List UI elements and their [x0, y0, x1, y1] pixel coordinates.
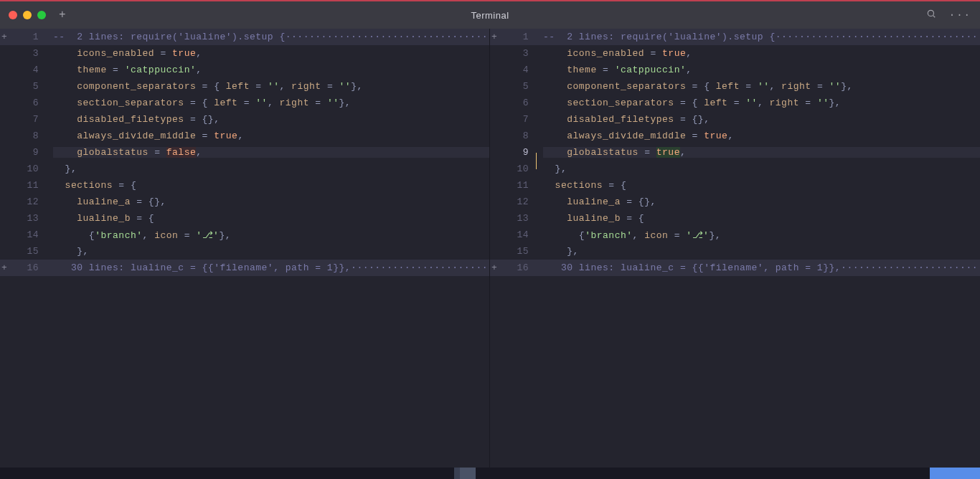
line-number: 13	[10, 213, 46, 224]
token	[543, 196, 567, 207]
token	[543, 114, 567, 125]
diff-pane-right[interactable]: +1-- 2 lines: require('lualine').setup {…	[490, 29, 980, 468]
token: {	[639, 213, 644, 224]
line-number: 14	[500, 229, 536, 240]
folded-line[interactable]: +1-- 2 lines: require('lualine').setup {…	[490, 29, 980, 45]
token: ''	[745, 98, 758, 108]
fold-indicator[interactable]: +	[0, 262, 10, 273]
folded-line[interactable]: +1-- 2 lines: require('lualine').setup {…	[0, 29, 489, 45]
code-text[interactable]: },	[53, 246, 489, 257]
token: {	[579, 230, 585, 241]
code-line[interactable]: 3 icons_enabled = true,	[0, 45, 489, 62]
code-text[interactable]: {'branch', icon = '⎇'},	[53, 229, 489, 241]
code-line[interactable]: 6 section_separators = { left = '', righ…	[490, 95, 980, 111]
code-line[interactable]: 15 },	[490, 243, 980, 260]
code-line[interactable]: 12 lualine_a = {},	[490, 194, 980, 210]
code-line[interactable]: 9 globalstatus = true,	[490, 144, 980, 161]
code-text[interactable]: lualine_a = {},	[543, 196, 980, 207]
fold-indicator[interactable]: +	[490, 262, 500, 273]
code-lines-left[interactable]: +1-- 2 lines: require('lualine').setup {…	[0, 29, 489, 468]
code-text[interactable]: section_separators = { left = '', right …	[543, 98, 980, 108]
code-text[interactable]: theme = 'catppuccin',	[543, 65, 980, 75]
token: ,	[715, 230, 721, 241]
code-text[interactable]: lualine_b = {	[543, 213, 980, 224]
code-text[interactable]: icons_enabled = true,	[53, 48, 489, 59]
token: =	[686, 131, 704, 141]
code-line[interactable]: 10 },	[490, 161, 980, 177]
code-text[interactable]: component_separators = { left = '', righ…	[543, 81, 980, 92]
code-text[interactable]: 30 lines: lualine_c = {{'filename', path…	[543, 262, 980, 273]
code-text[interactable]: lualine_b = {	[53, 213, 489, 224]
code-text[interactable]: lualine_a = {},	[53, 196, 489, 207]
code-text[interactable]: always_divide_middle = true,	[53, 131, 489, 141]
code-text[interactable]: {'branch', icon = '⎇'},	[543, 229, 980, 241]
code-line[interactable]: 13 lualine_b = {	[490, 210, 980, 227]
token: globalstatus	[77, 147, 149, 158]
code-line[interactable]: 11 sections = {	[0, 177, 489, 194]
folded-line[interactable]: +16 30 lines: lualine_c = {{'filename', …	[490, 260, 980, 276]
code-text[interactable]: always_divide_middle = true,	[543, 131, 980, 141]
code-line[interactable]: 14 {'branch', icon = '⎇'},	[0, 227, 489, 243]
fold-indicator[interactable]: +	[0, 32, 10, 42]
token: =	[196, 81, 214, 92]
code-line[interactable]: 15 },	[0, 243, 489, 260]
code-text[interactable]: sections = {	[53, 180, 489, 191]
maximize-window-button[interactable]	[37, 11, 46, 19]
more-menu-icon[interactable]: ···	[949, 9, 971, 21]
search-icon[interactable]	[926, 9, 936, 22]
code-text[interactable]: globalstatus = true,	[543, 147, 980, 158]
code-line[interactable]: 10 },	[0, 161, 489, 177]
token	[53, 180, 65, 191]
code-line[interactable]: 9 globalstatus = false,	[0, 144, 489, 161]
code-line[interactable]: 8 always_divide_middle = true,	[0, 128, 489, 144]
diff-pane-left[interactable]: +1-- 2 lines: require('lualine').setup {…	[0, 29, 490, 468]
code-text[interactable]: },	[543, 246, 980, 257]
token: ,	[758, 98, 770, 108]
code-text[interactable]: disabled_filetypes = {},	[543, 114, 980, 125]
fold-indicator[interactable]: +	[490, 32, 500, 42]
code-line[interactable]: 4 theme = 'catppuccin',	[490, 62, 980, 78]
code-line[interactable]: 3 icons_enabled = true,	[490, 45, 980, 62]
code-line[interactable]: 7 disabled_filetypes = {},	[490, 111, 980, 128]
code-line[interactable]: 6 section_separators = { left = '', righ…	[0, 95, 489, 111]
code-text[interactable]: globalstatus = false,	[53, 147, 489, 158]
token: =	[621, 196, 639, 207]
line-number: 4	[500, 65, 536, 75]
token: },	[77, 246, 89, 257]
token: true	[656, 147, 680, 158]
code-text[interactable]: icons_enabled = true,	[543, 48, 980, 59]
code-text[interactable]: 30 lines: lualine_c = {{'filename', path…	[53, 262, 489, 273]
code-text[interactable]: },	[53, 163, 489, 174]
code-line[interactable]: 13 lualine_b = {	[0, 210, 489, 227]
code-text[interactable]: section_separators = { left = '', right …	[53, 98, 489, 108]
code-text[interactable]: -- 2 lines: require('lualine').setup {··…	[543, 32, 980, 42]
code-text[interactable]: sections = {	[543, 180, 980, 191]
code-line[interactable]: 7 disabled_filetypes = {},	[0, 111, 489, 128]
token: {}	[692, 114, 705, 125]
token: {	[131, 180, 136, 191]
token: sections	[65, 180, 113, 191]
window-title: Terminal	[471, 10, 509, 21]
new-tab-button[interactable]: +	[59, 9, 66, 21]
code-line[interactable]: 11 sections = {	[490, 177, 980, 194]
code-line[interactable]: 5 component_separators = { left = '', ri…	[490, 78, 980, 95]
token: true	[704, 131, 727, 141]
token: disabled_filetypes	[567, 114, 674, 125]
token: =	[196, 131, 214, 141]
code-line[interactable]: 4 theme = 'catppuccin',	[0, 62, 489, 78]
code-line[interactable]: 8 always_divide_middle = true,	[490, 128, 980, 144]
code-text[interactable]: disabled_filetypes = {},	[53, 114, 489, 125]
close-window-button[interactable]	[9, 11, 17, 19]
code-text[interactable]: },	[543, 163, 980, 174]
code-text[interactable]: component_separators = { left = '', righ…	[53, 81, 489, 92]
token	[543, 246, 567, 257]
code-text[interactable]: theme = 'catppuccin',	[53, 65, 489, 75]
code-line[interactable]: 5 component_separators = { left = '', ri…	[0, 78, 489, 95]
folded-line[interactable]: +16 30 lines: lualine_c = {{'filename', …	[0, 260, 489, 276]
code-lines-right[interactable]: +1-- 2 lines: require('lualine').setup {…	[490, 29, 980, 468]
code-line[interactable]: 12 lualine_a = {},	[0, 194, 489, 210]
token: }	[709, 230, 715, 241]
code-text[interactable]: -- 2 lines: require('lualine').setup {··…	[53, 32, 489, 42]
minimize-window-button[interactable]	[23, 11, 32, 19]
code-line[interactable]: 14 {'branch', icon = '⎇'},	[490, 227, 980, 243]
